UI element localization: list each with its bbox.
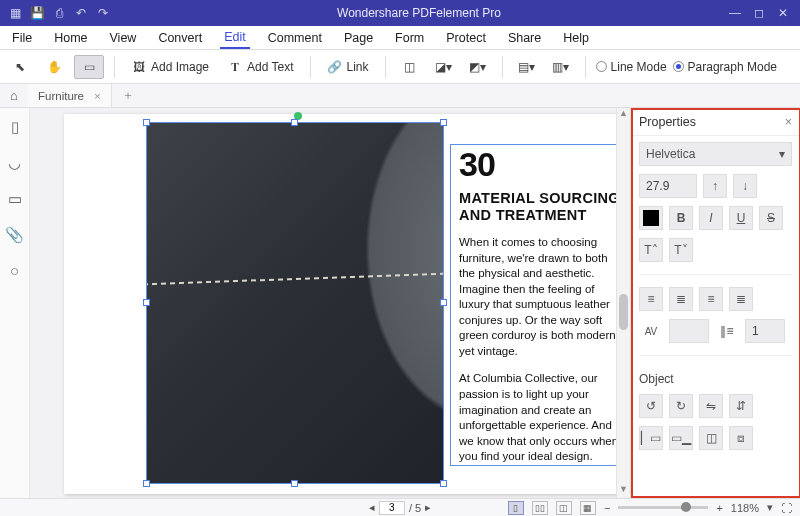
close-icon[interactable]: ✕	[774, 4, 792, 22]
zoom-in-icon[interactable]: +	[716, 502, 722, 514]
continuous-view[interactable]: ▯▯	[532, 501, 548, 515]
resize-handle[interactable]	[291, 119, 298, 126]
save-icon[interactable]: 💾	[28, 4, 46, 22]
menu-comment[interactable]: Comment	[264, 26, 326, 49]
scroll-down-icon[interactable]: ▼	[617, 484, 630, 498]
font-size-input[interactable]: 27.9	[639, 174, 697, 198]
fullscreen-icon[interactable]: ⛶	[781, 502, 792, 514]
add-text-button[interactable]: 𝐓Add Text	[221, 55, 299, 79]
selected-image[interactable]	[146, 122, 444, 484]
flip-h-button[interactable]: ⇋	[699, 394, 723, 418]
crop-obj-button[interactable]: ◫	[699, 426, 723, 450]
header-footer-tool[interactable]: ▤▾	[513, 55, 541, 79]
home-tab-icon[interactable]: ⌂	[0, 88, 28, 103]
document-canvas[interactable]: 30 MATERIAL SOURCING AND TREATMENT When …	[30, 108, 630, 498]
align-justify-button[interactable]: ≣	[729, 287, 753, 311]
strike-button[interactable]: S	[759, 206, 783, 230]
search-icon[interactable]: ○	[10, 262, 19, 279]
two-continuous-view[interactable]: ▦	[580, 501, 596, 515]
align-obj-left-button[interactable]: ▏▭	[639, 426, 663, 450]
minimize-icon[interactable]: ―	[726, 4, 744, 22]
zoom-slider[interactable]	[618, 506, 708, 509]
line-mode-radio[interactable]: Line Mode	[596, 60, 667, 74]
resize-handle[interactable]	[291, 480, 298, 487]
select-tool[interactable]: ⬉	[6, 55, 34, 79]
scroll-thumb[interactable]	[619, 294, 628, 330]
bookmarks-icon[interactable]: ◡	[8, 154, 21, 172]
zoom-out-icon[interactable]: −	[604, 502, 610, 514]
prev-page-icon[interactable]: ◂	[369, 501, 375, 514]
print-icon[interactable]: ⎙	[50, 4, 68, 22]
resize-handle[interactable]	[440, 119, 447, 126]
comments-icon[interactable]: ▭	[8, 190, 22, 208]
single-page-view[interactable]: ▯	[508, 501, 524, 515]
scrollbar[interactable]: ▲ ▼	[616, 108, 630, 498]
replace-image-button[interactable]: ⧈	[729, 426, 753, 450]
align-center-button[interactable]: ≣	[669, 287, 693, 311]
thumbnails-icon[interactable]: ▯	[11, 118, 19, 136]
bold-button[interactable]: B	[669, 206, 693, 230]
maximize-icon[interactable]: ◻	[750, 4, 768, 22]
align-right-button[interactable]: ≡	[699, 287, 723, 311]
italic-button[interactable]: I	[699, 206, 723, 230]
new-tab-icon[interactable]: ＋	[112, 88, 144, 103]
background-tool[interactable]: ◩▾	[464, 55, 492, 79]
menu-convert[interactable]: Convert	[154, 26, 206, 49]
crop-tool[interactable]: ◫	[396, 55, 424, 79]
page-input[interactable]	[379, 501, 405, 515]
menu-view[interactable]: View	[106, 26, 141, 49]
zoom-knob[interactable]	[681, 502, 691, 512]
font-dropdown[interactable]: Helvetica▾	[639, 142, 792, 166]
subscript-button[interactable]: T˅	[669, 238, 693, 262]
close-tab-icon[interactable]: ×	[94, 90, 101, 102]
underline-button[interactable]: U	[729, 206, 753, 230]
char-spacing-input[interactable]	[669, 319, 709, 343]
zoom-dropdown-icon[interactable]: ▾	[767, 501, 773, 514]
app-menu-icon[interactable]: ▦	[6, 4, 24, 22]
line-spacing-label: ‖≡	[715, 319, 739, 343]
add-image-button[interactable]: 🖼Add Image	[125, 55, 215, 79]
align-obj-bottom-button[interactable]: ▭▁	[669, 426, 693, 450]
resize-handle[interactable]	[440, 480, 447, 487]
size-down-button[interactable]: ↓	[733, 174, 757, 198]
next-page-icon[interactable]: ▸	[425, 501, 431, 514]
pager: ◂ / 5 ▸	[369, 501, 431, 515]
text-block[interactable]: 30 MATERIAL SOURCING AND TREATMENT When …	[450, 144, 630, 466]
tab-furniture[interactable]: Furniture ×	[28, 84, 112, 107]
panel-title: Properties	[639, 115, 696, 129]
resize-handle[interactable]	[143, 119, 150, 126]
superscript-button[interactable]: T˄	[639, 238, 663, 262]
menu-form[interactable]: Form	[391, 26, 428, 49]
resize-handle[interactable]	[143, 299, 150, 306]
menu-page[interactable]: Page	[340, 26, 377, 49]
menu-share[interactable]: Share	[504, 26, 545, 49]
color-swatch[interactable]	[639, 206, 663, 230]
scroll-up-icon[interactable]: ▲	[617, 108, 630, 122]
menu-home[interactable]: Home	[50, 26, 91, 49]
redo-icon[interactable]: ↷	[94, 4, 112, 22]
rotate-cw-button[interactable]: ↻	[669, 394, 693, 418]
line-height-input[interactable]: 1	[745, 319, 785, 343]
attachments-icon[interactable]: 📎	[5, 226, 24, 244]
crop-icon: ◫	[402, 59, 418, 75]
bates-tool[interactable]: ▥▾	[547, 55, 575, 79]
chevron-down-icon: ▾	[779, 147, 785, 161]
menu-edit[interactable]: Edit	[220, 26, 250, 49]
rotate-ccw-button[interactable]: ↺	[639, 394, 663, 418]
two-page-view[interactable]: ◫	[556, 501, 572, 515]
flip-v-button[interactable]: ⇵	[729, 394, 753, 418]
align-left-button[interactable]: ≡	[639, 287, 663, 311]
menu-protect[interactable]: Protect	[442, 26, 490, 49]
edit-tool[interactable]: ▭	[74, 55, 104, 79]
panel-close-icon[interactable]: ×	[785, 115, 792, 129]
menu-help[interactable]: Help	[559, 26, 593, 49]
link-button[interactable]: 🔗Link	[321, 55, 375, 79]
menu-file[interactable]: File	[8, 26, 36, 49]
watermark-tool[interactable]: ◪▾	[430, 55, 458, 79]
resize-handle[interactable]	[440, 299, 447, 306]
resize-handle[interactable]	[143, 480, 150, 487]
undo-icon[interactable]: ↶	[72, 4, 90, 22]
size-up-button[interactable]: ↑	[703, 174, 727, 198]
paragraph-mode-radio[interactable]: Paragraph Mode	[673, 60, 777, 74]
hand-tool[interactable]: ✋	[40, 55, 68, 79]
